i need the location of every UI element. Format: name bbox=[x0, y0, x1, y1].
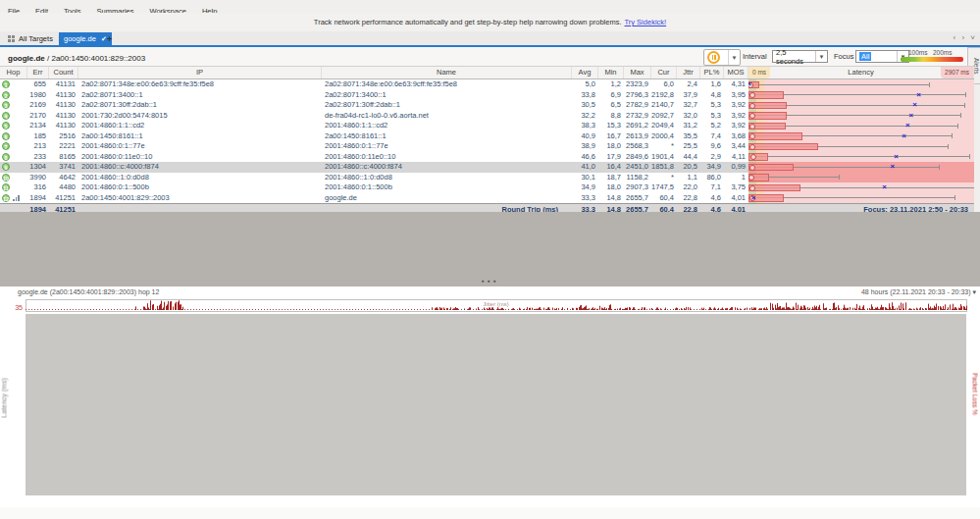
current-latency-marker: × bbox=[894, 153, 899, 161]
packetloss-cell: 9,6 bbox=[700, 141, 724, 152]
ip-cell: 2a02:8071:30ff:2dab::1 bbox=[78, 100, 322, 111]
latency-max-badge: 2907 ms bbox=[941, 67, 973, 78]
name-cell: 2001:4860:1:1::cd2 bbox=[322, 121, 572, 131]
max-cell: 2613,9 bbox=[624, 131, 651, 142]
count-cell: 2516 bbox=[49, 131, 78, 142]
latency-mini-graph: × bbox=[748, 121, 974, 131]
graph-range-label: 48 hours (22.11.2021 20:33 - 20:33) bbox=[861, 288, 971, 295]
col-header-hop[interactable]: Hop bbox=[0, 67, 27, 78]
tab-bar: All Targets ✕ google.de ✔ + bbox=[0, 31, 980, 47]
splitter-handle[interactable]: ●●● bbox=[0, 278, 980, 284]
new-tab-button[interactable]: + bbox=[102, 32, 117, 45]
col-header-max[interactable]: Max bbox=[624, 67, 651, 78]
hop-cell: 7 bbox=[0, 141, 27, 152]
col-header-avg[interactable]: Avg bbox=[572, 67, 598, 78]
mos-cell: 3,92 bbox=[724, 100, 748, 111]
jitter-cell: 22,8 bbox=[677, 193, 700, 204]
col-header-min[interactable]: Min bbox=[598, 67, 624, 78]
avg-latency-marker bbox=[749, 92, 755, 98]
pause-icon bbox=[707, 51, 720, 64]
mos-cell: 3,68 bbox=[724, 131, 748, 142]
max-cell: 2782,9 bbox=[624, 100, 651, 111]
graph-range-dropdown[interactable]: 48 hours (22.11.2021 20:33 - 20:33) ▾ bbox=[861, 288, 976, 296]
latency-column-header[interactable]: 0 ms Latency 2907 ms bbox=[748, 67, 974, 78]
table-row[interactable]: 7 213 2221 2001:4860:0:1::77e 2001:4860:… bbox=[0, 141, 974, 152]
legend-200ms-label: 200ms bbox=[933, 49, 953, 56]
try-sidekick-link[interactable]: Try Sidekick! bbox=[624, 18, 666, 26]
hop-number-icon: 12 bbox=[2, 194, 10, 202]
latency-mini-graph: × bbox=[748, 182, 974, 193]
col-header-cur[interactable]: Cur bbox=[651, 67, 677, 78]
pause-button-group[interactable]: ▼ bbox=[703, 49, 741, 66]
latency-min-badge: 0 ms bbox=[748, 67, 770, 78]
err-cell: 1304 bbox=[27, 162, 49, 173]
current-latency-marker: × bbox=[890, 163, 895, 171]
max-cell: 2907,3 bbox=[624, 182, 651, 193]
table-row[interactable]: 12 1894 41251 2a00:1450:4001:829::2003 g… bbox=[0, 193, 974, 204]
hop-cell: 2 bbox=[0, 90, 27, 101]
max-cell: 2655,7 bbox=[624, 193, 651, 204]
table-row[interactable]: 1 655 41131 2a02:8071:348e:e00:6e63:9cff… bbox=[0, 79, 974, 90]
table-row[interactable]: 2 1980 41130 2a02:8071:3400::1 2a02:8071… bbox=[0, 90, 974, 101]
hop-number-icon: 5 bbox=[2, 122, 10, 130]
hop-number-icon: 8 bbox=[2, 153, 10, 161]
trace-table: HopErrCountIPNameAvgMinMaxCurJttrPL%MOS … bbox=[0, 66, 974, 217]
hop-cell: 9 bbox=[0, 162, 27, 173]
latency-mini-graph: × bbox=[748, 79, 974, 90]
table-row[interactable]: 5 2134 41130 2001:4860:1:1::cd2 2001:486… bbox=[0, 121, 974, 131]
table-row[interactable]: 11 316 4480 2001:4860:0:1::500b 2001:486… bbox=[0, 182, 974, 193]
cur-cell: 2092,7 bbox=[651, 111, 677, 122]
ip-cell: 2a00:1450:4001:829::2003 bbox=[78, 193, 322, 204]
latency-title: Latency bbox=[748, 67, 973, 78]
col-header-jttr[interactable]: Jttr bbox=[677, 67, 700, 78]
min-max-whisker bbox=[749, 154, 970, 159]
table-row[interactable]: 9 1304 3741 2001:4860::c:4000:f874 2001:… bbox=[0, 162, 974, 173]
hop-cell: 10 bbox=[0, 173, 27, 183]
packetloss-cell: 5,3 bbox=[700, 100, 724, 111]
hop-number-icon: 6 bbox=[2, 132, 10, 140]
table-row[interactable]: 6 185 2516 2a00:1450:8161::1 2a00:1450:8… bbox=[0, 131, 974, 142]
cur-cell: 60,4 bbox=[651, 193, 677, 204]
latency-mini-graph bbox=[748, 173, 974, 183]
focus-value: All bbox=[859, 52, 871, 61]
tab-nav-icons[interactable]: ‹ › ˅ bbox=[954, 33, 977, 42]
table-row[interactable]: 10 3990 4642 2001:4860::1:0:d0d8 2001:48… bbox=[0, 173, 974, 183]
table-row[interactable]: 8 233 8165 2001:4860:0:11e0::10 2001:486… bbox=[0, 152, 974, 163]
cur-cell: 6,0 bbox=[651, 79, 677, 90]
min-cell: 18,7 bbox=[598, 173, 624, 183]
max-cell: 2568,3 bbox=[624, 141, 651, 152]
packetloss-cell: 86,0 bbox=[700, 173, 724, 183]
graph-title: google.de (2a00:1450:4001:829::2003) hop… bbox=[18, 288, 159, 295]
hop-cell: 12 bbox=[0, 193, 27, 204]
ip-cell: 2001:4860:0:1::77e bbox=[78, 141, 322, 152]
graph-scrollbar bbox=[0, 507, 980, 519]
col-header-err[interactable]: Err bbox=[27, 67, 49, 78]
avg-latency-marker bbox=[749, 185, 755, 191]
jitter-cell: 32,7 bbox=[677, 100, 700, 111]
mos-cell: 4,01 bbox=[724, 193, 748, 204]
col-header-name[interactable]: Name bbox=[322, 67, 572, 78]
hop-number-icon: 9 bbox=[2, 163, 10, 171]
pause-dropdown-icon[interactable]: ▼ bbox=[728, 50, 740, 65]
jitter-cell: 2,4 bbox=[677, 79, 700, 90]
ip-cell: 2001:4860:1:1::cd2 bbox=[78, 121, 322, 131]
timeline-graph-canvas[interactable] bbox=[0, 299, 980, 507]
min-cell: 18,0 bbox=[598, 141, 624, 152]
col-header-ip[interactable]: IP bbox=[78, 67, 322, 78]
col-header-pl[interactable]: PL% bbox=[700, 67, 724, 78]
col-header-count[interactable]: Count bbox=[49, 67, 78, 78]
table-row[interactable]: 3 2169 41130 2a02:8071:30ff:2dab::1 2a02… bbox=[0, 100, 974, 111]
col-header-mos[interactable]: MOS bbox=[724, 67, 748, 78]
name-cell: google.de bbox=[322, 193, 572, 204]
err-cell: 655 bbox=[27, 79, 49, 90]
max-cell: 2732,9 bbox=[624, 111, 651, 122]
avg-cell: 30,5 bbox=[572, 100, 598, 111]
table-row[interactable]: 4 2170 41130 2001:730:2d00:5474:8015 de-… bbox=[0, 111, 974, 122]
ip-cell: 2a00:1450:8161::1 bbox=[78, 131, 322, 142]
count-cell: 8165 bbox=[49, 152, 78, 163]
target-path: google.de / 2a00:1450:4001:829::2003 bbox=[8, 54, 145, 63]
hop-number-icon: 3 bbox=[2, 101, 10, 109]
interval-select[interactable]: 2,5 seconds▼ bbox=[772, 50, 828, 63]
avg-cell: 38,9 bbox=[572, 141, 598, 152]
mos-cell: 4,11 bbox=[724, 152, 748, 163]
